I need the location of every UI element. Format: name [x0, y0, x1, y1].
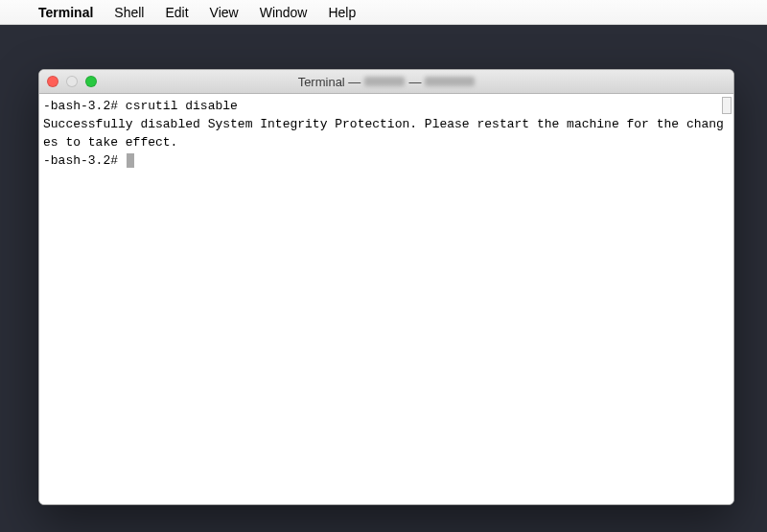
menubar: Terminal Shell Edit View Window Help	[0, 0, 767, 25]
title-obscured-2	[425, 77, 475, 86]
traffic-lights	[47, 76, 97, 87]
prompt-2: -bash-3.2#	[43, 153, 118, 168]
menu-window[interactable]: Window	[260, 5, 308, 20]
cursor-icon	[127, 153, 134, 168]
terminal-line-2: Successfully disabled System Integrity P…	[43, 116, 728, 152]
terminal-line-1: -bash-3.2# csrutil disable	[43, 98, 728, 116]
window-titlebar[interactable]: Terminal — —	[39, 70, 733, 94]
title-prefix: Terminal —	[298, 75, 361, 89]
title-obscured-1	[364, 77, 405, 86]
terminal-line-3: -bash-3.2#	[43, 152, 728, 171]
prompt-1: -bash-3.2#	[43, 99, 118, 113]
minimize-button[interactable]	[66, 76, 78, 87]
command-1: csrutil disable	[126, 99, 238, 113]
terminal-window: Terminal — — -bash-3.2# csrutil disableS…	[38, 69, 734, 505]
terminal-body[interactable]: -bash-3.2# csrutil disableSuccessfully d…	[39, 94, 733, 504]
terminal-output: -bash-3.2# csrutil disableSuccessfully d…	[43, 98, 728, 170]
window-title: Terminal — —	[39, 75, 733, 89]
scrollbar-indicator-icon[interactable]	[722, 97, 732, 114]
close-button[interactable]	[47, 76, 58, 87]
zoom-button[interactable]	[85, 76, 97, 87]
title-dash: —	[408, 75, 421, 89]
menu-edit[interactable]: Edit	[165, 5, 188, 20]
menu-app-name[interactable]: Terminal	[38, 5, 93, 20]
menu-help[interactable]: Help	[328, 5, 356, 20]
menu-shell[interactable]: Shell	[114, 5, 144, 20]
desktop-background: Terminal — — -bash-3.2# csrutil disableS…	[0, 25, 767, 532]
menu-view[interactable]: View	[210, 5, 239, 20]
